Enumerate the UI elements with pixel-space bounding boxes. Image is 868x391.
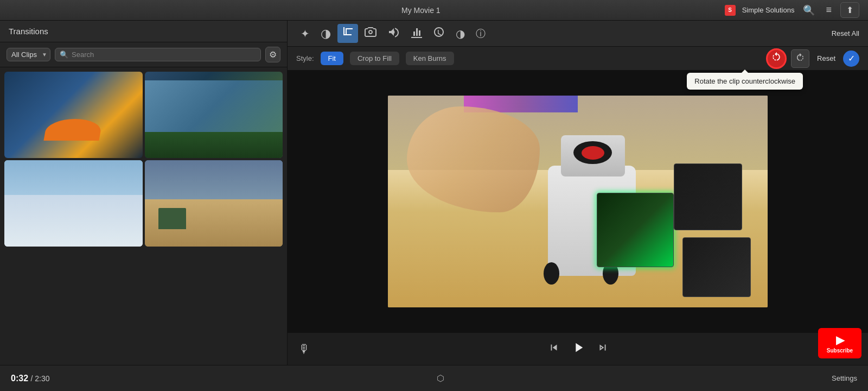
play-button[interactable]: [571, 340, 586, 358]
chart-button[interactable]: [406, 24, 426, 43]
rotate-cw-button[interactable]: [791, 49, 809, 68]
cube-1: [597, 193, 674, 267]
speed-icon: [433, 26, 445, 41]
filter-icon: ◑: [456, 27, 465, 40]
clips-dropdown[interactable]: All Clips: [7, 48, 50, 61]
clip-kayak[interactable]: [4, 72, 143, 158]
timeline-control: ⬡: [437, 373, 444, 383]
camera-button[interactable]: [360, 24, 381, 43]
reset-button[interactable]: Reset: [814, 54, 839, 62]
playback-center: [548, 340, 609, 358]
rotate-ccw-icon: [771, 52, 782, 65]
settings-button[interactable]: Settings: [832, 374, 857, 382]
color-button[interactable]: ◑: [316, 24, 335, 43]
color-icon: ◑: [321, 27, 331, 41]
audio-button[interactable]: [383, 24, 404, 43]
clips-grid: [0, 67, 287, 365]
youtube-subscribe-button[interactable]: ▶ Subscribe: [818, 328, 861, 358]
wand-button[interactable]: ✦: [296, 25, 314, 42]
ken-burns-button[interactable]: Ken Burns: [406, 52, 454, 65]
clip-snow[interactable]: [4, 160, 143, 247]
list-button[interactable]: ≡: [824, 3, 834, 17]
search-icon: 🔍: [803, 4, 815, 16]
checkmark-icon: ✓: [848, 53, 855, 64]
share-icon: ⬆: [846, 5, 853, 15]
crop-button[interactable]: [337, 24, 358, 43]
prev-icon: [548, 345, 560, 356]
search-icon: 🔍: [60, 51, 68, 59]
panel-title: Transitions: [9, 27, 48, 36]
brand-name: Simple Solutions: [742, 6, 795, 14]
time-display: 0:32 / 2:30: [11, 374, 50, 383]
search-box: 🔍: [55, 48, 261, 61]
cube-2: [682, 237, 751, 297]
clip-wave[interactable]: [145, 72, 283, 158]
top-bar: My Movie 1 S Simple Solutions 🔍 ≡ ⬆: [0, 0, 868, 21]
search-button[interactable]: 🔍: [801, 3, 817, 17]
gear-icon: ⚙: [269, 50, 277, 59]
play-icon: [571, 343, 586, 358]
playback-left: 🎙: [298, 342, 310, 356]
app-title-area: My Movie 1: [401, 6, 441, 15]
speed-button[interactable]: [429, 24, 449, 43]
timeline-icon: ⬡: [437, 374, 444, 383]
video-frame: [388, 96, 768, 307]
current-time: 0:32: [11, 374, 28, 383]
camera-icon: [365, 26, 376, 41]
top-bar-right: S Simple Solutions 🔍 ≡ ⬆: [725, 2, 859, 18]
rotate-ccw-button[interactable]: [766, 48, 787, 69]
bottom-bar: 0:32 / 2:30 ⬡ Settings: [0, 365, 868, 391]
info-icon: ⓘ: [476, 27, 486, 40]
editor-toolbar: ✦ ◑: [288, 21, 868, 47]
wheel-left: [544, 262, 559, 285]
style-bar-right: Reset ✓: [766, 48, 859, 69]
panel-header: Transitions: [0, 21, 287, 42]
next-button[interactable]: [597, 342, 609, 356]
wand-icon: ✦: [301, 27, 310, 40]
share-button[interactable]: ⬆: [840, 2, 859, 18]
style-bar: Style: Fit Crop to Fill Ken Burns: [288, 47, 868, 71]
done-button[interactable]: ✓: [843, 51, 859, 67]
cube-3: [674, 163, 742, 230]
info-button[interactable]: ⓘ: [471, 25, 490, 42]
audio-icon: [387, 26, 399, 41]
list-icon: ≡: [826, 4, 832, 16]
microphone-button[interactable]: 🎙: [298, 342, 310, 356]
filter-button[interactable]: ◑: [451, 25, 469, 42]
clips-dropdown-wrapper[interactable]: All Clips ▼: [7, 48, 50, 61]
next-icon: [597, 345, 609, 356]
robot-scene: [388, 96, 768, 307]
clip-beach[interactable]: [145, 160, 283, 247]
video-content: [388, 96, 768, 307]
right-panel: ✦ ◑: [288, 21, 868, 365]
left-panel: Transitions All Clips ▼ 🔍 ⚙: [0, 21, 288, 365]
reset-all-button[interactable]: Reset All: [832, 29, 859, 37]
playback-bar: 🎙: [288, 332, 868, 365]
youtube-play-icon: ▶: [836, 333, 844, 346]
tooltip-text: Rotate the clip counterclockwise: [694, 77, 795, 85]
crop-icon: [342, 26, 354, 41]
subscribe-label: Subscribe: [827, 348, 853, 354]
brand-logo-icon: S: [725, 5, 736, 16]
main-layout: Transitions All Clips ▼ 🔍 ⚙: [0, 21, 868, 365]
rotate-cw-icon: [795, 53, 805, 65]
video-area: [288, 71, 868, 332]
panel-toolbar: All Clips ▼ 🔍 ⚙: [0, 42, 287, 67]
movie-title: My Movie 1: [401, 6, 441, 15]
gear-button[interactable]: ⚙: [265, 47, 280, 62]
chart-icon: [410, 26, 422, 41]
tooltip: Rotate the clip counterclockwise: [687, 73, 803, 90]
mic-icon: 🎙: [298, 342, 310, 356]
search-input[interactable]: [72, 51, 256, 59]
previous-button[interactable]: [548, 342, 560, 356]
cube-group: [597, 149, 768, 297]
crop-to-fill-button[interactable]: Crop to Fill: [350, 52, 399, 65]
fit-button[interactable]: Fit: [321, 52, 343, 65]
total-time: 2:30: [35, 374, 49, 383]
style-label: Style:: [296, 54, 314, 62]
